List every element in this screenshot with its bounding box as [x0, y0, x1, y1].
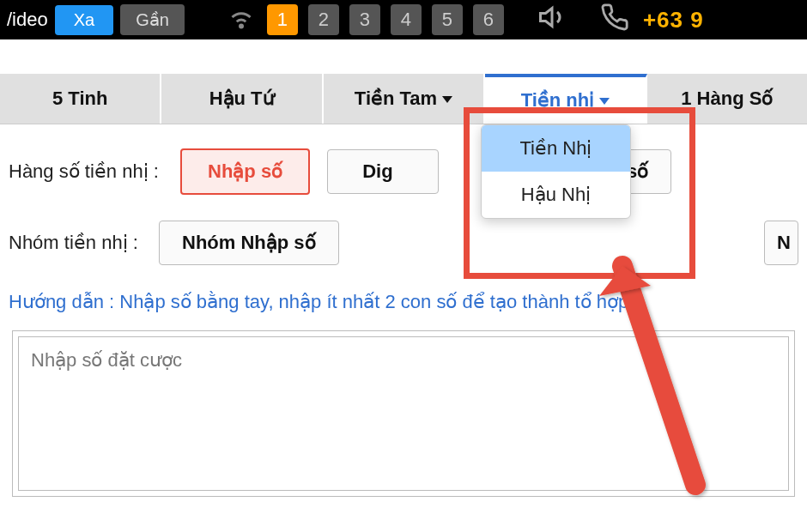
wifi-icon	[226, 2, 257, 38]
number-box-3[interactable]: 3	[349, 4, 380, 35]
tab-tiennhi[interactable]: Tiền nhị	[485, 74, 646, 124]
tab-5tinh[interactable]: 5 Tinh	[0, 74, 161, 124]
row-nhom: Nhóm tiền nhị : Nhóm Nhập số N	[9, 221, 798, 265]
chevron-down-icon	[599, 98, 610, 105]
row-hangso: Hàng số tiền nhị : Nhập số Dig ép số	[9, 148, 798, 195]
tab-label: 5 Tinh	[52, 88, 107, 109]
dig-button[interactable]: Dig	[327, 149, 439, 194]
tab-label: Hậu Tứ	[209, 88, 275, 109]
dropdown-item-haunhi[interactable]: Hậu Nhị	[482, 172, 630, 218]
number-box-2[interactable]: 2	[308, 4, 339, 35]
tab-label: Tiền nhị	[521, 89, 595, 111]
content: Hàng số tiền nhị : Nhập số Dig ép số Nhó…	[0, 124, 807, 497]
tabs: 5 Tinh Hậu Tứ Tiền Tam Tiền nhị 1 Hàng S…	[0, 74, 807, 124]
number-box-5[interactable]: 5	[432, 4, 463, 35]
tab-hautu[interactable]: Hậu Tứ	[161, 74, 323, 124]
hint-text: Hướng dẫn : Nhập số bằng tay, nhập ít nh…	[9, 291, 798, 313]
tab-tientam[interactable]: Tiền Tam	[324, 74, 485, 124]
phone-icon[interactable]	[600, 3, 629, 37]
number-box-4[interactable]: 4	[391, 4, 422, 35]
svg-point-0	[240, 25, 242, 27]
tab-label: 1 Hàng Số	[681, 88, 773, 109]
tab-label: Tiền Tam	[355, 88, 437, 109]
number-box-6[interactable]: 6	[473, 4, 504, 35]
textarea-wrap: Nhập số đặt cược	[12, 330, 795, 497]
nhap-so-button[interactable]: Nhập số	[180, 148, 310, 195]
chevron-down-icon	[442, 96, 452, 103]
xa-button[interactable]: Xa	[55, 5, 113, 35]
tab-1hangso[interactable]: 1 Hàng Số	[647, 74, 807, 124]
phone-number: +63 9	[643, 7, 704, 33]
nhom-nhap-so-button[interactable]: Nhóm Nhập số	[159, 221, 339, 265]
svg-marker-1	[540, 9, 552, 27]
label-hangso: Hàng số tiền nhị :	[9, 160, 180, 183]
dropdown-item-tiennhi[interactable]: Tiền Nhị	[482, 125, 630, 172]
gan-button[interactable]: Gần	[120, 4, 185, 35]
label-nhom: Nhóm tiền nhị :	[9, 232, 159, 254]
number-box-1[interactable]: 1	[267, 4, 298, 35]
partial-button[interactable]: N	[764, 221, 798, 265]
speaker-icon[interactable]	[537, 2, 567, 38]
dropdown-menu: Tiền Nhị Hậu Nhị	[481, 124, 631, 219]
video-label: /ideo	[7, 9, 48, 31]
topbar: /ideo Xa Gần 1 2 3 4 5 6 +63 9	[0, 0, 807, 39]
bet-input[interactable]: Nhập số đặt cược	[18, 336, 789, 491]
